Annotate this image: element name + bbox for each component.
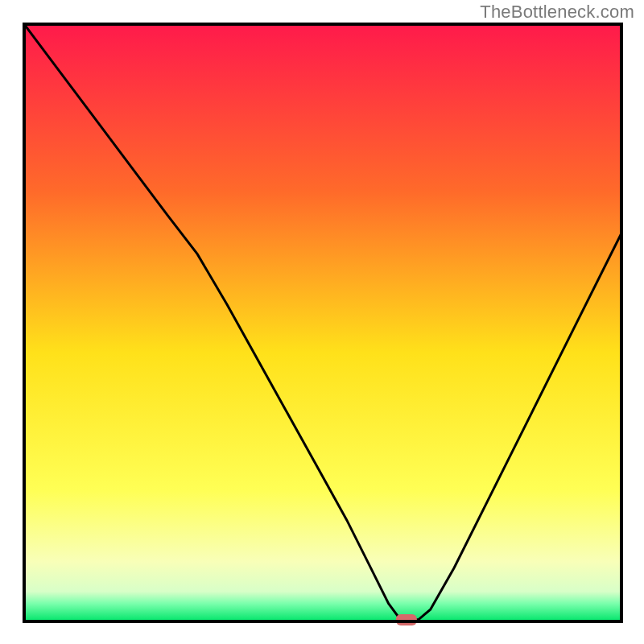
- bottleneck-chart: [0, 0, 644, 644]
- watermark-label: TheBottleneck.com: [480, 2, 634, 23]
- plot-background: [24, 24, 621, 621]
- chart-container: TheBottleneck.com: [0, 0, 644, 644]
